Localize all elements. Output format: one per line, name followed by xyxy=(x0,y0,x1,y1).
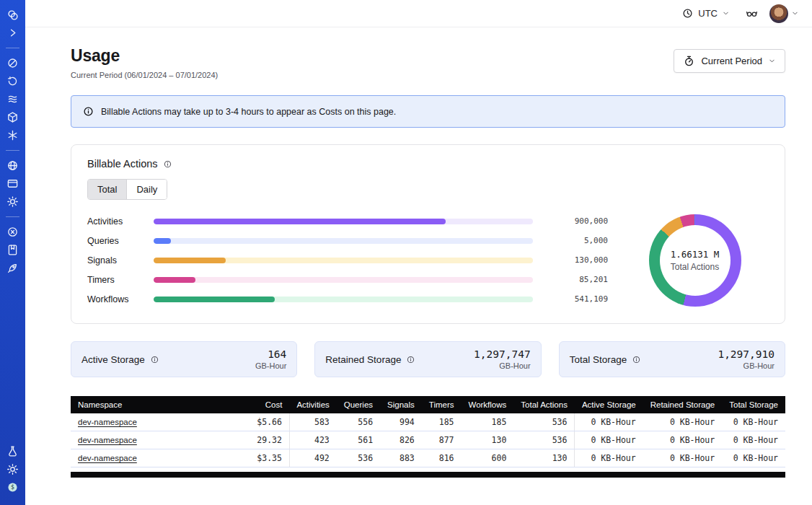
docs-icon xyxy=(6,244,19,256)
cell-queries: 556 xyxy=(337,413,380,431)
cell-total-actions: 130 xyxy=(513,449,575,467)
billable-actions-chart: Activities 900,000 Queries 5,000 Signals… xyxy=(87,211,769,309)
cell-signals: 883 xyxy=(380,449,422,467)
next-section-partial xyxy=(71,472,785,478)
cell-cost: 29.32 xyxy=(241,431,289,449)
col-workflows: Workflows xyxy=(462,396,514,413)
settings-icon xyxy=(6,196,19,208)
cell-cost: $5.66 xyxy=(241,413,289,431)
sidebar-rocket-button[interactable] xyxy=(0,259,25,277)
banner-text: Billable Actions may take up to 3-4 hour… xyxy=(101,107,396,117)
sidebar-globe-button[interactable] xyxy=(0,157,25,175)
support-icon xyxy=(6,226,19,238)
cell-activities: 583 xyxy=(289,413,336,431)
sidebar-history-button[interactable] xyxy=(0,72,25,90)
bar-track xyxy=(154,219,533,224)
bar-track xyxy=(154,277,533,283)
billable-actions-card: Billable Actions TotalDaily Activities 9… xyxy=(71,144,785,324)
sidebar-namespace-button[interactable] xyxy=(0,54,25,72)
sidebar-labs-button[interactable] xyxy=(0,442,25,460)
storage-label-text: Retained Storage xyxy=(325,354,401,365)
bar-value: 900,000 xyxy=(542,216,608,226)
namespace-icon xyxy=(6,57,19,69)
bar-fill xyxy=(154,219,446,224)
bar-row-timers: Timers 85,201 xyxy=(87,270,608,289)
cell-timers: 877 xyxy=(422,431,462,449)
sidebar-divider xyxy=(6,150,19,151)
info-icon[interactable] xyxy=(163,159,172,169)
col-timers: Timers xyxy=(422,396,462,413)
billing-icon xyxy=(6,177,19,190)
cell-queries: 561 xyxy=(337,431,380,449)
cell-total-actions: 536 xyxy=(513,413,575,431)
cell-total-storage: 0 KB-Hour xyxy=(722,449,785,467)
cell-timers: 185 xyxy=(422,413,462,431)
glasses-button[interactable] xyxy=(746,7,758,19)
info-icon[interactable] xyxy=(406,355,415,364)
sidebar-settings-button[interactable] xyxy=(0,193,25,211)
card-title-row: Billable Actions xyxy=(87,158,769,170)
bar-track xyxy=(154,297,533,302)
sidebar-chevron-right-button[interactable] xyxy=(0,24,25,42)
donut-total-value: 1.66131 M xyxy=(671,249,720,260)
namespace-link[interactable]: dev-namespace xyxy=(78,436,137,444)
sidebar-temporal-logo-button[interactable] xyxy=(0,6,25,24)
namespace-usage-table: NamespaceCostActivitiesQueriesSignalsTim… xyxy=(71,396,785,467)
sidebar-credits-button[interactable]: $ xyxy=(0,478,25,496)
sidebar-support-button[interactable] xyxy=(0,223,25,241)
namespace-link[interactable]: dev-namespace xyxy=(78,418,137,426)
cell-workflows: 185 xyxy=(462,413,514,431)
col-total-actions: Total Actions xyxy=(513,396,575,413)
cell-signals: 826 xyxy=(380,431,422,449)
tab-daily[interactable]: Daily xyxy=(127,180,167,199)
sidebar-nexus-button[interactable] xyxy=(0,126,25,144)
user-menu[interactable] xyxy=(769,4,799,23)
namespace-link[interactable]: dev-namespace xyxy=(78,454,137,462)
storage-value-block: 164 GB-Hour xyxy=(255,348,286,370)
cell-total-actions: 536 xyxy=(513,431,575,449)
storage-value-block: 1,297,747 GB-Hour xyxy=(474,348,531,370)
sidebar-theme-button[interactable] xyxy=(0,460,25,478)
bar-label: Timers xyxy=(87,275,145,285)
stopwatch-icon xyxy=(683,55,695,67)
cell-signals: 994 xyxy=(380,413,422,431)
col-total-storage: Total Storage xyxy=(722,396,785,413)
info-icon[interactable] xyxy=(150,355,159,364)
col-cost: Cost xyxy=(241,396,289,413)
svg-text:$: $ xyxy=(11,484,14,491)
cell-timers: 816 xyxy=(422,449,462,467)
bar-value: 541,109 xyxy=(542,294,608,304)
cell-workflows: 130 xyxy=(462,431,514,449)
bar-track xyxy=(154,258,533,263)
bar-value: 130,000 xyxy=(542,255,608,265)
chevron-right-icon xyxy=(6,27,19,39)
sidebar-package-button[interactable] xyxy=(0,108,25,126)
sidebar-layers-button[interactable] xyxy=(0,90,25,108)
cell-retained-storage: 0 KB-Hour xyxy=(643,413,723,431)
page-title-block: Usage Current Period (06/01/2024 – 07/01… xyxy=(71,46,218,79)
cell-total-storage: 0 KB-Hour xyxy=(722,431,785,449)
bar-value: 85,201 xyxy=(542,275,608,284)
period-selector-button[interactable]: Current Period xyxy=(674,49,785,73)
timezone-selector[interactable]: UTC xyxy=(677,6,734,20)
bar-row-activities: Activities 900,000 xyxy=(87,211,608,231)
cell-cost: $3.35 xyxy=(241,449,289,467)
credits-icon: $ xyxy=(6,481,19,493)
sidebar-billing-button[interactable] xyxy=(0,175,25,193)
total-storage-card: Total Storage 1,297,910 GB-Hour xyxy=(559,341,785,377)
sidebar-docs-button[interactable] xyxy=(0,241,25,259)
active-storage-card: Active Storage 164 GB-Hour xyxy=(71,341,297,377)
total-actions-donut: 1.66131 M Total Actions xyxy=(621,214,769,307)
info-icon[interactable] xyxy=(632,355,641,364)
storage-label: Retained Storage xyxy=(325,354,415,365)
clock-icon xyxy=(681,7,694,19)
cell-retained-storage: 0 KB-Hour xyxy=(643,449,723,467)
table-row: dev-namespace$3.354925368838166001300 KB… xyxy=(71,449,785,467)
globe-icon xyxy=(6,159,19,172)
bar-label: Workflows xyxy=(87,294,145,304)
tab-total[interactable]: Total xyxy=(88,180,127,199)
bar-fill xyxy=(154,277,195,283)
app: $ UTC Usage Current Period (06/01/2024 –… xyxy=(0,0,812,505)
bar-row-workflows: Workflows 541,109 xyxy=(87,289,608,309)
info-banner: Billable Actions may take up to 3-4 hour… xyxy=(71,95,785,128)
